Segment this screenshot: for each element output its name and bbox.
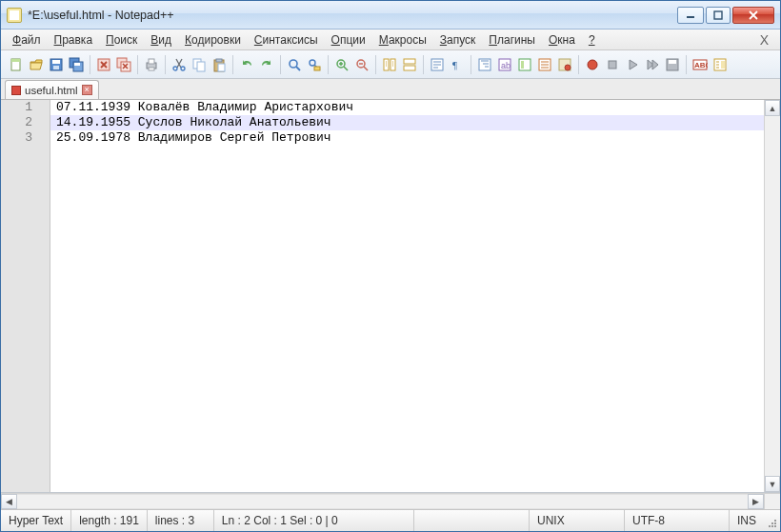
zoom-out-button[interactable] [352, 55, 371, 74]
doc-list-button[interactable] [711, 55, 730, 74]
replace-icon [307, 57, 322, 72]
status-overwrite[interactable]: INS [730, 510, 764, 531]
svg-point-41 [565, 65, 571, 70]
copy-button[interactable] [190, 55, 209, 74]
play-button[interactable] [623, 55, 642, 74]
svg-rect-6 [53, 66, 59, 69]
svg-rect-1 [714, 11, 722, 19]
stop-button[interactable] [603, 55, 622, 74]
menu-item-3[interactable]: Вид [145, 31, 177, 49]
save-macro-button[interactable] [663, 55, 682, 74]
maximize-button[interactable] [706, 7, 731, 24]
menu-item-7[interactable]: Макросы [373, 31, 432, 49]
scroll-right-button[interactable]: ▶ [748, 494, 764, 509]
svg-text:ab: ab [501, 61, 511, 70]
scroll-up-button[interactable]: ▲ [765, 100, 780, 116]
indent-guide-button[interactable] [475, 55, 494, 74]
menu-close-doc-button[interactable]: X [754, 32, 774, 48]
menu-item-10[interactable]: Окна [543, 31, 581, 49]
menu-item-5[interactable]: Синтаксисы [249, 31, 324, 49]
menu-item-11[interactable]: ? [583, 31, 601, 49]
menu-item-2[interactable]: Поиск [100, 31, 143, 49]
svg-rect-0 [687, 16, 694, 18]
hscroll-track[interactable] [17, 494, 748, 509]
scroll-down-button[interactable]: ▼ [765, 476, 780, 492]
close-all-button[interactable] [114, 55, 133, 74]
func-list-button[interactable] [535, 55, 554, 74]
tab-close-button[interactable]: × [82, 85, 92, 95]
svg-rect-30 [404, 59, 415, 64]
toolbar-separator [686, 55, 687, 74]
svg-rect-28 [384, 59, 389, 70]
toolbar: ¶abABC [1, 50, 780, 79]
code-area[interactable]: 07.11.1939 Ковалёв Владимир Аристархович… [50, 100, 764, 492]
menu-item-0[interactable]: Файл [7, 31, 47, 49]
sync-h-button[interactable] [400, 55, 419, 74]
sync-h-icon [402, 57, 417, 72]
toolbar-separator [232, 55, 233, 74]
resize-grip[interactable] [764, 510, 780, 531]
horizontal-scrollbar[interactable]: ◀ ▶ [1, 494, 764, 509]
zoom-out-icon [354, 57, 370, 72]
code-line[interactable]: 25.09.1978 Владимиров Сергей Петрович [50, 130, 764, 146]
record-button[interactable] [583, 55, 602, 74]
svg-point-16 [173, 67, 177, 70]
vertical-scrollbar[interactable]: ▲ ▼ [764, 100, 780, 492]
close-button[interactable] [94, 55, 113, 74]
save-button[interactable] [47, 55, 66, 74]
record-icon [585, 57, 600, 72]
redo-button[interactable] [257, 55, 276, 74]
doc-map-button[interactable] [515, 55, 534, 74]
svg-rect-37 [519, 59, 531, 70]
close-icon [96, 57, 111, 72]
new-button[interactable] [7, 55, 26, 74]
menu-item-4[interactable]: Кодировки [179, 31, 247, 49]
save-all-icon [69, 57, 84, 72]
window-close-button[interactable] [732, 7, 774, 24]
find-button[interactable] [285, 55, 304, 74]
undo-button[interactable] [237, 55, 256, 74]
menu-item-9[interactable]: Плагины [483, 31, 541, 49]
status-bar: Hyper Text length : 191 lines : 3 Ln : 2… [1, 509, 780, 531]
minimize-button[interactable] [677, 7, 704, 24]
cut-button[interactable] [170, 55, 189, 74]
menu-item-8[interactable]: Запуск [434, 31, 482, 49]
status-encoding[interactable]: UTF-8 [625, 510, 730, 531]
sync-v-button[interactable] [380, 55, 399, 74]
play-multi-button[interactable] [643, 55, 662, 74]
line-number: 1 [1, 100, 50, 115]
spell-button[interactable]: ABC [691, 55, 710, 74]
all-chars-button[interactable]: ¶ [448, 55, 467, 74]
menu-item-1[interactable]: Правка [49, 31, 99, 49]
svg-rect-19 [197, 62, 205, 71]
svg-rect-31 [404, 66, 415, 70]
code-line[interactable]: 07.11.1939 Ковалёв Владимир Аристархович [50, 100, 764, 115]
code-line[interactable]: 14.19.1955 Суслов Николай Анатольевич [50, 115, 764, 130]
save-icon [49, 57, 64, 72]
wrap-button[interactable] [428, 55, 447, 74]
zoom-in-button[interactable] [332, 55, 351, 74]
svg-point-17 [181, 67, 185, 70]
toolbar-separator [165, 55, 166, 74]
svg-rect-49 [721, 61, 725, 69]
indent-guide-icon [477, 57, 492, 72]
scroll-corner [764, 494, 780, 510]
svg-rect-29 [390, 59, 395, 70]
save-all-button[interactable] [67, 55, 86, 74]
window-title: *E:\useful.html - Notepad++ [28, 9, 677, 22]
tab-useful-html[interactable]: useful.html × [5, 80, 99, 99]
replace-button[interactable] [305, 55, 324, 74]
svg-rect-45 [669, 60, 676, 64]
svg-rect-3 [11, 59, 20, 62]
scroll-left-button[interactable]: ◀ [1, 494, 17, 509]
menu-item-6[interactable]: Опции [326, 31, 371, 49]
open-button[interactable] [27, 55, 46, 74]
all-chars-icon: ¶ [450, 57, 465, 72]
paste-button[interactable] [210, 55, 229, 74]
close-all-icon [116, 57, 131, 72]
status-eol[interactable]: UNIX [530, 510, 625, 531]
lang-button[interactable]: ab [495, 55, 514, 74]
print-button[interactable] [142, 55, 161, 74]
folder-button[interactable] [555, 55, 574, 74]
svg-rect-21 [216, 59, 222, 62]
